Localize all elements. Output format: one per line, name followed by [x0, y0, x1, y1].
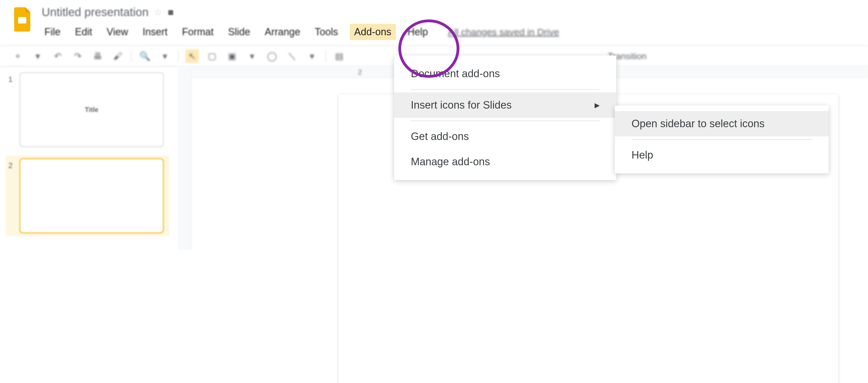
- document-title[interactable]: Untitled presentation: [42, 5, 149, 19]
- undo-button[interactable]: ↶: [51, 50, 64, 63]
- print-button[interactable]: 🖶: [91, 50, 104, 63]
- dropdown-icon[interactable]: ▾: [31, 50, 44, 63]
- select-tool[interactable]: ↖: [185, 50, 199, 63]
- menu-tools[interactable]: Tools: [312, 24, 341, 40]
- menubar: File Edit View Insert Format Slide Arran…: [42, 24, 857, 40]
- slides-logo-icon[interactable]: [11, 5, 33, 33]
- separator: [131, 51, 131, 62]
- separator: [631, 139, 812, 140]
- menu-item-document-addons[interactable]: Document add-ons: [394, 61, 616, 86]
- menu-item-label: Get add-ons: [411, 130, 469, 143]
- star-icon[interactable]: ☆: [154, 7, 162, 18]
- menu-help[interactable]: Help: [405, 24, 431, 40]
- comment-button[interactable]: ▤: [333, 50, 346, 63]
- menu-addons[interactable]: Add-ons: [350, 24, 396, 40]
- menu-format[interactable]: Format: [179, 24, 217, 40]
- separator: [178, 51, 179, 62]
- slide-number: 1: [8, 72, 20, 147]
- menu-item-label: Document add-ons: [411, 68, 500, 80]
- menu-file[interactable]: File: [42, 24, 63, 40]
- dropdown-icon[interactable]: ▾: [305, 50, 319, 63]
- zoom-button[interactable]: 🔍: [138, 50, 152, 63]
- chevron-right-icon: ▶: [595, 101, 599, 109]
- menu-item-insert-icons[interactable]: Insert icons for Slides ▶: [394, 92, 616, 118]
- dropdown-icon[interactable]: ▾: [158, 50, 172, 63]
- insert-icons-submenu: Open sidebar to select icons Help: [615, 106, 829, 173]
- separator: [411, 121, 599, 121]
- shape-button[interactable]: ◯: [266, 50, 279, 63]
- menu-slide[interactable]: Slide: [225, 24, 253, 40]
- redo-button[interactable]: ↷: [71, 50, 84, 63]
- submenu-item-open-sidebar[interactable]: Open sidebar to select icons: [615, 111, 829, 136]
- separator: [411, 89, 599, 90]
- addons-dropdown: Document add-ons Insert icons for Slides…: [394, 56, 616, 180]
- menu-item-label: Manage add-ons: [411, 156, 490, 168]
- menu-edit[interactable]: Edit: [72, 24, 95, 40]
- separator: [325, 51, 326, 62]
- slide-thumbnail-2[interactable]: 2: [5, 155, 169, 236]
- folder-icon[interactable]: ■: [168, 6, 174, 18]
- svg-rect-0: [18, 17, 26, 23]
- ruler-tick: 2: [358, 68, 362, 76]
- menu-insert[interactable]: Insert: [140, 24, 170, 40]
- slide-number: 2: [8, 158, 20, 233]
- submenu-item-help[interactable]: Help: [615, 143, 829, 168]
- slide-panel: 1 Title 2: [0, 67, 178, 250]
- image-button[interactable]: ▣: [225, 50, 239, 63]
- paint-format-button[interactable]: 🖌: [111, 50, 124, 63]
- vertical-ruler: [178, 67, 191, 250]
- new-slide-button[interactable]: +: [11, 50, 24, 63]
- menu-arrange[interactable]: Arrange: [262, 24, 303, 40]
- slide-title-placeholder: Title: [85, 106, 98, 114]
- save-status[interactable]: All changes saved in Drive: [448, 27, 559, 37]
- slide-thumbnail-1[interactable]: 1 Title: [8, 72, 169, 147]
- menu-item-label: Insert icons for Slides: [411, 99, 512, 111]
- line-button[interactable]: ＼: [285, 50, 299, 63]
- textbox-button[interactable]: ▢: [206, 50, 219, 63]
- menu-item-manage-addons[interactable]: Manage add-ons: [394, 149, 616, 174]
- dropdown-icon[interactable]: ▾: [245, 50, 259, 63]
- menu-item-get-addons[interactable]: Get add-ons: [394, 124, 616, 149]
- menu-view[interactable]: View: [104, 24, 131, 40]
